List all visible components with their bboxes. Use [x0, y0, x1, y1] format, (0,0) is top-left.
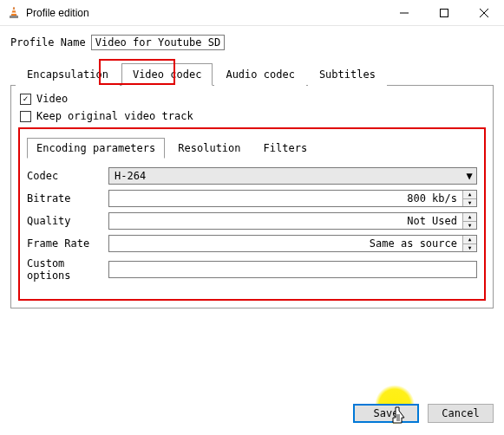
tab-resolution[interactable]: Resolution [168, 138, 250, 159]
framerate-input[interactable]: Same as source ▲▼ [108, 235, 477, 252]
maximize-button[interactable] [424, 0, 464, 25]
video-checkbox[interactable]: ✓ [20, 94, 31, 105]
bitrate-spinner[interactable]: ▲▼ [462, 191, 476, 206]
chevron-down-icon: ▼ [462, 170, 476, 182]
keep-original-checkbox[interactable] [20, 111, 31, 122]
tab-subtitles[interactable]: Subtitles [308, 63, 387, 86]
svg-rect-2 [11, 12, 16, 13]
profile-name-input[interactable]: Video for Youtube SD [91, 35, 226, 50]
bitrate-label: Bitrate [27, 192, 108, 205]
minimize-button[interactable] [384, 0, 424, 25]
quality-label: Quality [27, 215, 108, 227]
keep-original-label: Keep original video track [36, 110, 193, 122]
svg-rect-1 [12, 10, 16, 10]
codec-select[interactable]: H-264 ▼ [108, 167, 477, 185]
tab-filters[interactable]: Filters [254, 138, 317, 159]
custom-options-label: Custom options [27, 257, 108, 282]
main-tabs: Encapsulation Video codec Audio codec Su… [10, 63, 494, 86]
custom-options-input[interactable] [108, 261, 477, 278]
close-button[interactable] [464, 0, 504, 25]
inner-tabs: Encoding parameters Resolution Filters [27, 138, 477, 159]
codec-label: Codec [27, 170, 108, 182]
vlc-icon [7, 6, 21, 20]
cancel-button[interactable]: Cancel [428, 404, 494, 423]
annotation-highlight [99, 59, 175, 85]
quality-spinner[interactable]: ▲▼ [462, 213, 476, 229]
video-codec-group: Encoding parameters Resolution Filters C… [18, 127, 486, 301]
svg-rect-3 [10, 16, 18, 18]
window-title: Profile edition [26, 7, 384, 19]
framerate-spinner[interactable]: ▲▼ [462, 236, 476, 251]
tab-audio-codec[interactable]: Audio codec [214, 63, 305, 86]
quality-input[interactable]: Not Used ▲▼ [108, 212, 477, 230]
profile-name-label: Profile Name [10, 36, 86, 49]
tab-encoding-parameters[interactable]: Encoding parameters [27, 138, 165, 159]
save-button[interactable]: Save [353, 404, 419, 423]
tab-panel: ✓ Video Keep original video track Encodi… [10, 85, 494, 308]
framerate-label: Frame Rate [27, 237, 108, 250]
titlebar: Profile edition [0, 0, 504, 26]
bitrate-input[interactable]: 800 kb/s ▲▼ [108, 190, 477, 207]
svg-marker-0 [11, 7, 16, 16]
video-checkbox-label: Video [36, 93, 68, 105]
svg-rect-5 [441, 9, 448, 16]
